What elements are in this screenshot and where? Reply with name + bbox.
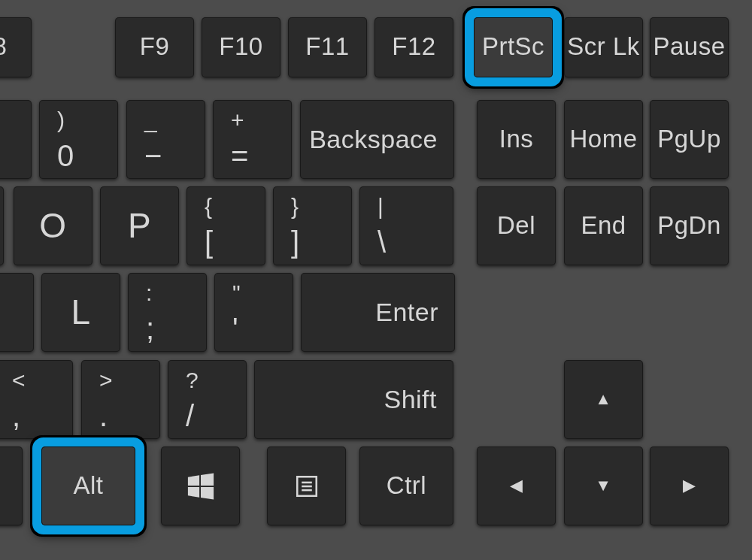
arrow-down-icon: ▼: [564, 476, 643, 495]
key-label: ;: [146, 312, 154, 346]
arrow-left-icon: ◀: [477, 476, 556, 495]
key-minus[interactable]: _ −: [126, 100, 205, 179]
key-slash[interactable]: ? /: [168, 360, 247, 439]
key-period[interactable]: > .: [81, 360, 160, 439]
key-enter[interactable]: Enter: [301, 273, 455, 352]
key-label: PrtSc: [474, 32, 553, 61]
key-f8-partial[interactable]: F8: [0, 17, 32, 77]
key-label-shift: _: [144, 107, 157, 133]
key-rbracket[interactable]: } ]: [273, 186, 352, 265]
key-label: Pause: [650, 32, 729, 61]
key-label: Ctrl: [359, 471, 453, 500]
key-label: [: [205, 226, 213, 259]
key-pgup[interactable]: PgUp: [650, 100, 729, 179]
key-f12[interactable]: F12: [374, 17, 453, 77]
arrow-up-icon: ▲: [564, 389, 643, 409]
key-label: Backspace: [309, 124, 438, 153]
key-arrow-right[interactable]: ▶: [650, 446, 729, 525]
key-label: P: [100, 204, 179, 245]
key-label-shift: :: [146, 280, 152, 306]
key-label: Scr Lk: [564, 32, 643, 61]
key-label: .: [99, 399, 108, 433]
key-label-shift: <: [12, 368, 26, 393]
key-label: Home: [564, 125, 643, 153]
key-label: F12: [374, 32, 453, 61]
key-end[interactable]: End: [564, 186, 643, 265]
key-backslash[interactable]: | \: [359, 186, 453, 265]
key-o[interactable]: O: [14, 186, 92, 265]
key-scrlk[interactable]: Scr Lk: [564, 17, 643, 77]
key-pause[interactable]: Pause: [650, 17, 729, 77]
key-del[interactable]: Del: [477, 186, 556, 265]
key-label-shift: }: [291, 194, 299, 219]
key-label: =: [231, 139, 248, 173]
key-label: O: [14, 204, 92, 245]
key-label: L: [41, 291, 120, 331]
key-label-shift: |: [378, 194, 384, 219]
arrow-right-icon: ▶: [650, 476, 729, 495]
key-label: End: [564, 211, 643, 240]
key-label: ]: [291, 226, 299, 259]
key-ins[interactable]: Ins: [477, 100, 556, 179]
key-label: /: [186, 399, 194, 433]
key-comma[interactable]: < ,: [0, 360, 73, 439]
key-label: F11: [288, 32, 367, 61]
key-label-shift: ": [232, 280, 241, 306]
key-label: Ins: [477, 125, 556, 153]
key-label: Enter: [375, 297, 438, 326]
key-label-shift: ): [57, 107, 65, 133]
key-ctrl[interactable]: Ctrl: [359, 446, 453, 525]
key-k-partial[interactable]: [0, 273, 34, 352]
key-label: ': [232, 312, 238, 346]
key-f11[interactable]: F11: [288, 17, 367, 77]
context-menu-icon: [267, 446, 346, 525]
key-backspace[interactable]: Backspace: [300, 100, 454, 179]
key-label: F8: [0, 32, 32, 61]
key-label: Alt: [41, 471, 135, 500]
key-label: F10: [202, 32, 280, 61]
key-p[interactable]: P: [100, 186, 179, 265]
key-f9[interactable]: F9: [115, 17, 194, 77]
key-label: PgUp: [650, 125, 729, 153]
key-label-shift: ?: [186, 368, 199, 393]
key-label: F9: [115, 32, 194, 61]
windows-logo-icon: [161, 446, 240, 525]
key-equals[interactable]: + =: [213, 100, 292, 179]
key-label: PgDn: [650, 211, 729, 240]
key-alt[interactable]: Alt: [41, 446, 135, 525]
key-lbracket[interactable]: { [: [186, 186, 265, 265]
key-label-shift: >: [99, 368, 113, 393]
key-label: −: [144, 139, 162, 173]
key-f10[interactable]: F10: [202, 17, 280, 77]
key-semicolon[interactable]: : ;: [128, 273, 207, 352]
key-label: 0: [57, 139, 74, 173]
key-windows[interactable]: [161, 446, 240, 525]
key-0[interactable]: ) 0: [39, 100, 118, 179]
key-label: \: [378, 226, 386, 259]
key-label: ,: [12, 399, 20, 433]
key-label: Shift: [384, 384, 437, 413]
key-arrow-down[interactable]: ▼: [564, 446, 643, 525]
key-label-shift: {: [205, 194, 212, 219]
key-shift[interactable]: Shift: [254, 360, 453, 439]
key-arrow-up[interactable]: ▲: [564, 360, 643, 439]
key-prtsc[interactable]: PrtSc: [474, 17, 553, 77]
key-arrow-left[interactable]: ◀: [477, 446, 556, 525]
key-quote[interactable]: " ': [214, 273, 293, 352]
key-i-partial[interactable]: [0, 186, 4, 265]
key-pgdn[interactable]: PgDn: [650, 186, 729, 265]
key-9[interactable]: ( 9: [0, 100, 32, 179]
key-menu[interactable]: [267, 446, 346, 525]
key-label: Del: [477, 211, 556, 240]
key-leftgap[interactable]: [0, 446, 23, 525]
key-home[interactable]: Home: [564, 100, 643, 179]
key-l[interactable]: L: [41, 273, 120, 352]
key-label-shift: +: [231, 107, 244, 133]
